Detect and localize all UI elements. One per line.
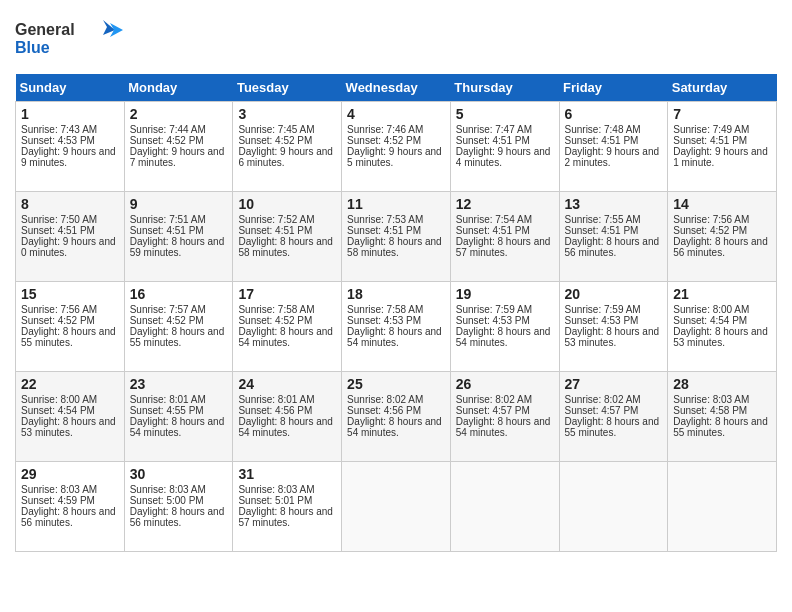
day-number: 13 [565, 196, 663, 212]
week-row-1: 1Sunrise: 7:43 AMSunset: 4:53 PMDaylight… [16, 102, 777, 192]
day-cell [342, 462, 451, 552]
sunset-text: Sunset: 4:51 PM [456, 225, 554, 236]
day-cell: 22Sunrise: 8:00 AMSunset: 4:54 PMDayligh… [16, 372, 125, 462]
header-wednesday: Wednesday [342, 74, 451, 102]
day-number: 24 [238, 376, 336, 392]
sunset-text: Sunset: 4:51 PM [673, 135, 771, 146]
day-cell: 8Sunrise: 7:50 AMSunset: 4:51 PMDaylight… [16, 192, 125, 282]
sunrise-text: Sunrise: 8:03 AM [238, 484, 336, 495]
daylight-text: Daylight: 9 hours and 1 minute. [673, 146, 771, 168]
sunrise-text: Sunrise: 8:01 AM [238, 394, 336, 405]
daylight-text: Daylight: 8 hours and 55 minutes. [21, 326, 119, 348]
day-number: 7 [673, 106, 771, 122]
day-number: 14 [673, 196, 771, 212]
daylight-text: Daylight: 8 hours and 54 minutes. [130, 416, 228, 438]
sunset-text: Sunset: 4:51 PM [347, 225, 445, 236]
day-cell: 17Sunrise: 7:58 AMSunset: 4:52 PMDayligh… [233, 282, 342, 372]
sunrise-text: Sunrise: 7:52 AM [238, 214, 336, 225]
day-cell: 25Sunrise: 8:02 AMSunset: 4:56 PMDayligh… [342, 372, 451, 462]
day-number: 29 [21, 466, 119, 482]
logo-block: General Blue [15, 15, 125, 64]
day-cell [450, 462, 559, 552]
day-cell [668, 462, 777, 552]
sunset-text: Sunset: 5:00 PM [130, 495, 228, 506]
daylight-text: Daylight: 8 hours and 56 minutes. [565, 236, 663, 258]
day-cell: 31Sunrise: 8:03 AMSunset: 5:01 PMDayligh… [233, 462, 342, 552]
day-number: 8 [21, 196, 119, 212]
daylight-text: Daylight: 8 hours and 53 minutes. [21, 416, 119, 438]
sunset-text: Sunset: 4:53 PM [21, 135, 119, 146]
sunrise-text: Sunrise: 8:02 AM [347, 394, 445, 405]
sunrise-text: Sunrise: 7:56 AM [673, 214, 771, 225]
sunrise-text: Sunrise: 8:01 AM [130, 394, 228, 405]
day-number: 2 [130, 106, 228, 122]
week-row-4: 22Sunrise: 8:00 AMSunset: 4:54 PMDayligh… [16, 372, 777, 462]
daylight-text: Daylight: 8 hours and 55 minutes. [565, 416, 663, 438]
day-number: 28 [673, 376, 771, 392]
day-cell: 9Sunrise: 7:51 AMSunset: 4:51 PMDaylight… [124, 192, 233, 282]
daylight-text: Daylight: 9 hours and 6 minutes. [238, 146, 336, 168]
day-cell: 13Sunrise: 7:55 AMSunset: 4:51 PMDayligh… [559, 192, 668, 282]
day-number: 3 [238, 106, 336, 122]
day-number: 27 [565, 376, 663, 392]
week-row-3: 15Sunrise: 7:56 AMSunset: 4:52 PMDayligh… [16, 282, 777, 372]
day-cell: 28Sunrise: 8:03 AMSunset: 4:58 PMDayligh… [668, 372, 777, 462]
sunrise-text: Sunrise: 7:58 AM [347, 304, 445, 315]
sunrise-text: Sunrise: 7:43 AM [21, 124, 119, 135]
day-number: 17 [238, 286, 336, 302]
daylight-text: Daylight: 8 hours and 56 minutes. [21, 506, 119, 528]
sunrise-text: Sunrise: 7:54 AM [456, 214, 554, 225]
svg-text:General: General [15, 21, 75, 38]
sunrise-text: Sunrise: 7:55 AM [565, 214, 663, 225]
sunset-text: Sunset: 4:52 PM [130, 135, 228, 146]
day-cell [559, 462, 668, 552]
sunrise-text: Sunrise: 7:51 AM [130, 214, 228, 225]
daylight-text: Daylight: 9 hours and 5 minutes. [347, 146, 445, 168]
day-number: 11 [347, 196, 445, 212]
day-cell: 12Sunrise: 7:54 AMSunset: 4:51 PMDayligh… [450, 192, 559, 282]
svg-text:Blue: Blue [15, 39, 50, 56]
sunrise-text: Sunrise: 7:48 AM [565, 124, 663, 135]
sunset-text: Sunset: 4:52 PM [238, 315, 336, 326]
day-cell: 7Sunrise: 7:49 AMSunset: 4:51 PMDaylight… [668, 102, 777, 192]
sunset-text: Sunset: 4:52 PM [21, 315, 119, 326]
sunrise-text: Sunrise: 8:03 AM [673, 394, 771, 405]
calendar-header-row: SundayMondayTuesdayWednesdayThursdayFrid… [16, 74, 777, 102]
sunset-text: Sunset: 4:53 PM [565, 315, 663, 326]
day-number: 18 [347, 286, 445, 302]
daylight-text: Daylight: 8 hours and 53 minutes. [565, 326, 663, 348]
sunset-text: Sunset: 4:52 PM [238, 135, 336, 146]
sunset-text: Sunset: 4:55 PM [130, 405, 228, 416]
day-number: 26 [456, 376, 554, 392]
header-tuesday: Tuesday [233, 74, 342, 102]
day-number: 9 [130, 196, 228, 212]
sunset-text: Sunset: 4:54 PM [673, 315, 771, 326]
daylight-text: Daylight: 8 hours and 54 minutes. [456, 416, 554, 438]
sunset-text: Sunset: 4:56 PM [238, 405, 336, 416]
daylight-text: Daylight: 8 hours and 54 minutes. [238, 416, 336, 438]
day-number: 10 [238, 196, 336, 212]
day-cell: 11Sunrise: 7:53 AMSunset: 4:51 PMDayligh… [342, 192, 451, 282]
day-number: 25 [347, 376, 445, 392]
daylight-text: Daylight: 8 hours and 57 minutes. [456, 236, 554, 258]
day-number: 16 [130, 286, 228, 302]
daylight-text: Daylight: 8 hours and 57 minutes. [238, 506, 336, 528]
sunset-text: Sunset: 4:53 PM [456, 315, 554, 326]
daylight-text: Daylight: 9 hours and 7 minutes. [130, 146, 228, 168]
daylight-text: Daylight: 8 hours and 54 minutes. [347, 326, 445, 348]
calendar-table: SundayMondayTuesdayWednesdayThursdayFrid… [15, 74, 777, 552]
sunset-text: Sunset: 5:01 PM [238, 495, 336, 506]
sunrise-text: Sunrise: 7:45 AM [238, 124, 336, 135]
daylight-text: Daylight: 9 hours and 4 minutes. [456, 146, 554, 168]
daylight-text: Daylight: 8 hours and 59 minutes. [130, 236, 228, 258]
day-number: 30 [130, 466, 228, 482]
sunset-text: Sunset: 4:51 PM [21, 225, 119, 236]
daylight-text: Daylight: 8 hours and 53 minutes. [673, 326, 771, 348]
sunset-text: Sunset: 4:57 PM [456, 405, 554, 416]
daylight-text: Daylight: 8 hours and 54 minutes. [238, 326, 336, 348]
sunrise-text: Sunrise: 7:44 AM [130, 124, 228, 135]
day-cell: 30Sunrise: 8:03 AMSunset: 5:00 PMDayligh… [124, 462, 233, 552]
day-cell: 3Sunrise: 7:45 AMSunset: 4:52 PMDaylight… [233, 102, 342, 192]
day-number: 31 [238, 466, 336, 482]
sunset-text: Sunset: 4:51 PM [565, 135, 663, 146]
